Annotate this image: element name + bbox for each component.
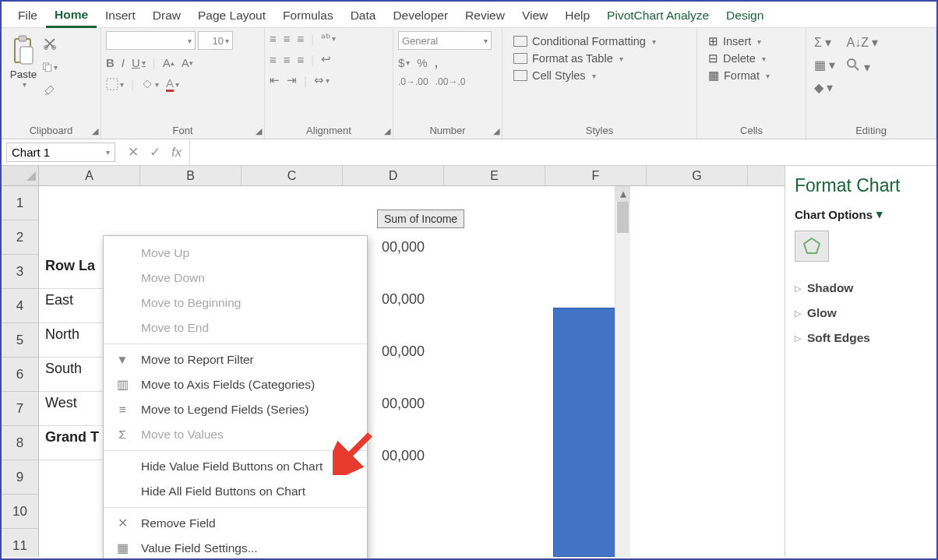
align-center-icon[interactable]: ≡ [284,53,291,66]
format-painter-icon[interactable] [42,83,58,98]
menu-move-axis-fields[interactable]: ▥Move to Axis Fields (Categories) [104,372,367,397]
enter-formula-icon[interactable]: ✓ [150,144,160,160]
tab-file[interactable]: File [9,5,46,26]
italic-button[interactable]: I [122,56,125,69]
pivot-chart[interactable]: Sum of Income 00,000 00,000 00,000 00,00… [304,192,779,551]
scroll-thumb[interactable] [617,202,629,233]
row-header[interactable]: 2 [2,220,39,255]
underline-button[interactable]: U▾ [132,56,146,69]
shadow-section[interactable]: ▷Shadow [795,276,927,301]
decrease-font-icon[interactable]: A▾ [182,56,193,69]
delete-cells-button[interactable]: ⊟Delete▾ [708,52,766,65]
row-header[interactable]: 11 [2,529,39,557]
row-header[interactable]: 8 [2,426,39,460]
dialog-launcher-icon[interactable]: ◢ [493,126,499,136]
menu-move-legend-fields[interactable]: ≡Move to Legend Fields (Series) [104,397,367,422]
vertical-scrollbar[interactable]: ▴ [615,186,630,557]
orientation-icon[interactable]: ᵃᵇ▾ [321,31,336,45]
effects-tab-icon[interactable] [795,231,829,262]
cancel-formula-icon[interactable]: ✕ [128,144,139,160]
conditional-formatting-button[interactable]: Conditional Formatting▾ [513,35,656,48]
tab-pivotchart-analyze[interactable]: PivotChart Analyze [598,5,718,26]
col-header-e[interactable]: E [444,166,545,185]
chart-bar[interactable] [553,308,617,557]
dialog-launcher-icon[interactable]: ◢ [384,126,390,136]
decrease-decimal-icon[interactable]: .00→.0 [436,76,466,87]
increase-decimal-icon[interactable]: .0→.00 [398,76,428,87]
font-name-select[interactable]: ▾ [106,31,196,50]
bold-button[interactable]: B [106,56,115,69]
tab-home[interactable]: Home [46,4,97,28]
dialog-launcher-icon[interactable]: ◢ [92,126,98,136]
font-color-icon[interactable]: A▾ [166,76,179,92]
percent-icon[interactable]: % [417,56,427,69]
scroll-up-icon[interactable]: ▴ [615,186,630,202]
chart-value-field-button[interactable]: Sum of Income [377,210,464,228]
tab-page-layout[interactable]: Page Layout [189,5,274,26]
find-select-icon[interactable]: ▾ [846,58,878,75]
col-header-b[interactable]: B [140,166,242,185]
font-size-select[interactable]: 10▾ [198,31,233,50]
decrease-indent-icon[interactable]: ⇤ [270,73,280,87]
menu-value-field-settings[interactable]: ▦Value Field Settings... [104,536,367,560]
soft-edges-section[interactable]: ▷Soft Edges [795,326,927,350]
tab-developer[interactable]: Developer [384,5,457,26]
menu-remove-field[interactable]: ✕Remove Field [104,511,367,536]
fill-icon[interactable]: ▦ ▾ [814,58,835,72]
col-header-d[interactable]: D [343,166,444,185]
row-header[interactable]: 5 [2,323,39,357]
increase-indent-icon[interactable]: ⇥ [287,73,297,87]
tab-data[interactable]: Data [342,5,385,26]
align-top-icon[interactable]: ≡ [270,32,277,45]
row-header[interactable]: 10 [2,495,39,529]
chart-options-dropdown[interactable]: Chart Options▾ [795,207,927,221]
tab-design[interactable]: Design [718,5,772,26]
align-left-icon[interactable]: ≡ [270,53,277,66]
col-header-g[interactable]: G [647,166,748,185]
paste-button[interactable]: Paste ▾ [6,31,41,92]
autosum-icon[interactable]: Σ ▾ [814,35,835,50]
cut-icon[interactable] [42,36,58,51]
glow-section[interactable]: ▷Glow [795,301,927,326]
tab-draw[interactable]: Draw [144,5,189,26]
col-header-c[interactable]: C [242,166,343,185]
tab-help[interactable]: Help [556,5,598,26]
menu-hide-all-buttons[interactable]: Hide All Field Buttons on Chart [104,479,367,504]
sort-filter-icon[interactable]: A↓Z ▾ [846,35,878,50]
format-cells-button[interactable]: ▦Format▾ [708,69,770,82]
row-header[interactable]: 1 [2,186,39,220]
copy-icon[interactable]: ▾ [42,59,58,75]
borders-icon[interactable]: ▾ [106,78,124,90]
cell-styles-button[interactable]: Cell Styles▾ [513,69,596,82]
insert-cells-button[interactable]: ⊞Insert▾ [708,35,761,48]
tab-view[interactable]: View [513,5,556,26]
menu-move-report-filter[interactable]: ▼Move to Report Filter [104,347,367,372]
align-middle-icon[interactable]: ≡ [284,32,291,45]
menu-hide-value-buttons[interactable]: Hide Value Field Buttons on Chart [104,454,367,479]
wrap-text-icon[interactable]: ↩ [321,52,331,66]
row-header[interactable]: 9 [2,460,39,495]
increase-font-icon[interactable]: A▴ [163,56,175,69]
tab-insert[interactable]: Insert [97,5,144,26]
number-format-select[interactable]: General▾ [398,31,492,50]
align-right-icon[interactable]: ≡ [298,53,305,66]
format-as-table-button[interactable]: Format as Table▾ [513,52,623,65]
col-header-f[interactable]: F [545,166,647,185]
row-header[interactable]: 3 [2,255,39,289]
name-box[interactable]: Chart 1▾ [6,143,115,162]
clear-icon[interactable]: ◆ ▾ [814,80,835,95]
tab-formulas[interactable]: Formulas [274,5,342,26]
row-header[interactable]: 6 [2,357,39,392]
comma-style-icon[interactable]: , [435,56,438,69]
col-header-a[interactable]: A [39,166,140,185]
fill-color-icon[interactable]: ▾ [141,78,159,90]
align-bottom-icon[interactable]: ≡ [298,32,305,45]
dialog-launcher-icon[interactable]: ◢ [256,126,262,136]
row-header[interactable]: 7 [2,392,39,426]
fx-icon[interactable]: fx [171,145,182,160]
merge-center-icon[interactable]: ⇔▾ [314,73,330,87]
formula-input[interactable] [189,139,936,165]
select-all-corner[interactable] [2,166,39,185]
currency-icon[interactable]: $▾ [398,56,410,69]
tab-review[interactable]: Review [457,5,513,26]
